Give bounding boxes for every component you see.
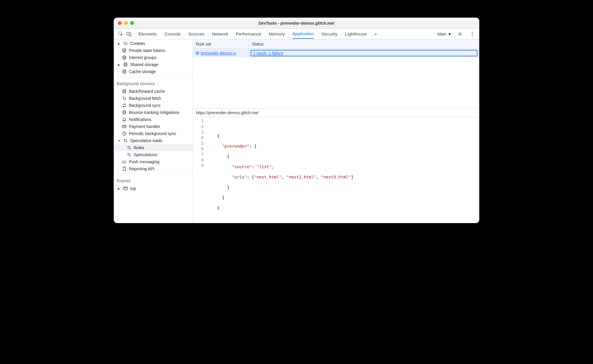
ruleset-link[interactable]: prerender-demos.g	[201, 51, 236, 55]
table-row[interactable]: prerender-demos.g 2 ready, 1 failure	[193, 49, 479, 57]
sidebar-item-label: Rules	[134, 145, 144, 150]
svg-point-8	[125, 43, 125, 43]
sidebar-item-reporting-api[interactable]: Reporting API	[114, 165, 193, 172]
svg-point-14	[123, 90, 126, 91]
caret-right-icon: ▶	[118, 187, 121, 190]
code-lines[interactable]: { "prerender": [ { "source": "list", "ur…	[207, 118, 353, 220]
sidebar-item-label: Cache storage	[129, 69, 156, 74]
svg-point-5	[472, 33, 473, 34]
tab-performance[interactable]: Performance	[236, 29, 261, 38]
sidebar-item-rules[interactable]: Rules	[114, 144, 193, 151]
svg-point-11	[123, 56, 126, 57]
panel-tabs: Elements Console Sources Network Perform…	[138, 29, 377, 39]
code-viewer: 1 2 3 4 5 6 7 8 9 { "prerender": [ { "so…	[193, 117, 479, 223]
frame-selector[interactable]: Main ▼	[438, 32, 452, 36]
sidebar: ▶ Cookies Private state tokens Interest …	[114, 39, 193, 223]
sidebar-item-notifications[interactable]: Notifications	[114, 116, 193, 123]
close-icon[interactable]	[118, 21, 122, 25]
clock-icon	[122, 131, 127, 136]
database-icon	[122, 89, 127, 94]
sidebar-item-shared-storage[interactable]: ▶ Shared storage	[114, 61, 193, 68]
column-header-ruleset[interactable]: Rule set	[193, 39, 249, 49]
sidebar-item-periodic-bg-sync[interactable]: Periodic background sync	[114, 130, 193, 137]
sidebar-item-label: Background fetch	[129, 96, 161, 101]
svg-point-13	[123, 70, 126, 71]
tab-console[interactable]: Console	[165, 29, 181, 38]
svg-point-20	[197, 53, 198, 54]
sidebar-item-bounce-tracking[interactable]: Bounce tracking mitigations	[114, 109, 193, 116]
window-icon	[123, 186, 128, 191]
column-header-status[interactable]: Status	[249, 39, 479, 49]
bell-icon	[122, 117, 127, 122]
detail-url: https://prerender-demos.glitch.me/	[193, 108, 479, 117]
tab-lighthouse[interactable]: Lighthouse	[345, 29, 366, 38]
sidebar-item-label: Cookies	[130, 41, 145, 46]
sidebar-item-payment-handler[interactable]: Payment handler	[114, 123, 193, 130]
gear-icon[interactable]	[456, 30, 464, 38]
sidebar-item-background-sync[interactable]: Background sync	[114, 102, 193, 109]
caret-right-icon: ▶	[118, 63, 121, 66]
svg-point-12	[124, 63, 127, 64]
tab-memory[interactable]: Memory	[269, 29, 285, 38]
more-icon[interactable]	[468, 30, 476, 38]
status-link[interactable]: 2 ready, 1 failure	[251, 50, 478, 56]
grid-empty-area	[193, 57, 479, 108]
sidebar-item-interest-groups[interactable]: Interest groups	[114, 54, 193, 61]
sidebar-section-frames: Frames	[114, 176, 193, 185]
zoom-icon[interactable]	[130, 21, 134, 25]
minimize-icon[interactable]	[124, 21, 128, 25]
titlebar: DevTools - prerender-demos.glitch.me/	[114, 18, 479, 29]
frame-selector-label: Main	[438, 32, 446, 36]
database-icon	[122, 55, 127, 60]
sidebar-item-cache-storage[interactable]: Cache storage	[114, 68, 193, 75]
sidebar-item-label: Periodic background sync	[129, 131, 176, 136]
more-tabs-icon[interactable]: »	[374, 31, 377, 37]
tab-network[interactable]: Network	[212, 29, 228, 38]
database-icon	[123, 62, 128, 67]
inspect-icon[interactable]	[117, 30, 125, 38]
sidebar-item-speculations[interactable]: Speculations	[114, 151, 193, 158]
tab-elements[interactable]: Elements	[138, 29, 157, 38]
tab-application[interactable]: Application	[292, 29, 314, 39]
sidebar-item-frames-top[interactable]: ▶ top	[114, 185, 193, 192]
sidebar-item-label: Notifications	[129, 117, 151, 122]
cloud-icon	[122, 159, 127, 164]
tab-sources[interactable]: Sources	[188, 29, 205, 38]
sync-icon	[122, 103, 127, 108]
traffic-lights	[114, 21, 134, 25]
device-toolbar-icon[interactable]	[125, 30, 133, 38]
svg-point-9	[126, 43, 126, 44]
code-gutter: 1 2 3 4 5 6 7 8 9	[193, 118, 207, 220]
sidebar-item-label: Back/forward cache	[129, 89, 165, 94]
tab-security[interactable]: Security	[321, 29, 337, 38]
svg-rect-2	[129, 33, 131, 36]
arrows-up-down-icon	[122, 96, 127, 101]
sidebar-item-label: Shared storage	[130, 62, 158, 67]
sidebar-item-label: Reporting API	[129, 166, 154, 171]
sidebar-item-speculative-loads[interactable]: ▼ Speculative loads	[114, 137, 193, 144]
svg-rect-16	[123, 125, 126, 128]
sidebar-item-label: Bounce tracking mitigations	[129, 110, 179, 115]
svg-point-10	[123, 49, 126, 50]
window-title: DevTools - prerender-demos.glitch.me/	[114, 21, 479, 26]
target-icon	[195, 51, 200, 55]
caret-right-icon: ▶	[118, 42, 121, 45]
cookie-icon	[123, 41, 128, 46]
sidebar-item-push-messaging[interactable]: Push messaging	[114, 158, 193, 165]
sidebar-item-cookies[interactable]: ▶ Cookies	[114, 40, 193, 47]
sidebar-item-label: Background sync	[129, 103, 160, 108]
svg-point-7	[124, 42, 127, 45]
cell-ruleset[interactable]: prerender-demos.g	[193, 49, 249, 57]
svg-point-6	[472, 35, 473, 36]
arrows-up-down-icon	[127, 152, 131, 157]
sidebar-section-bg-services: Background services	[114, 79, 193, 88]
svg-rect-18	[124, 187, 127, 190]
database-icon	[122, 48, 127, 53]
sidebar-item-private-state-tokens[interactable]: Private state tokens	[114, 47, 193, 54]
cell-status: 2 ready, 1 failure	[249, 49, 479, 57]
chevron-down-icon: ▼	[448, 32, 452, 36]
sidebar-item-background-fetch[interactable]: Background fetch	[114, 95, 193, 102]
sidebar-item-back-forward-cache[interactable]: Back/forward cache	[114, 88, 193, 95]
sidebar-item-label: Push messaging	[129, 159, 160, 164]
arrows-up-down-icon	[127, 145, 131, 150]
